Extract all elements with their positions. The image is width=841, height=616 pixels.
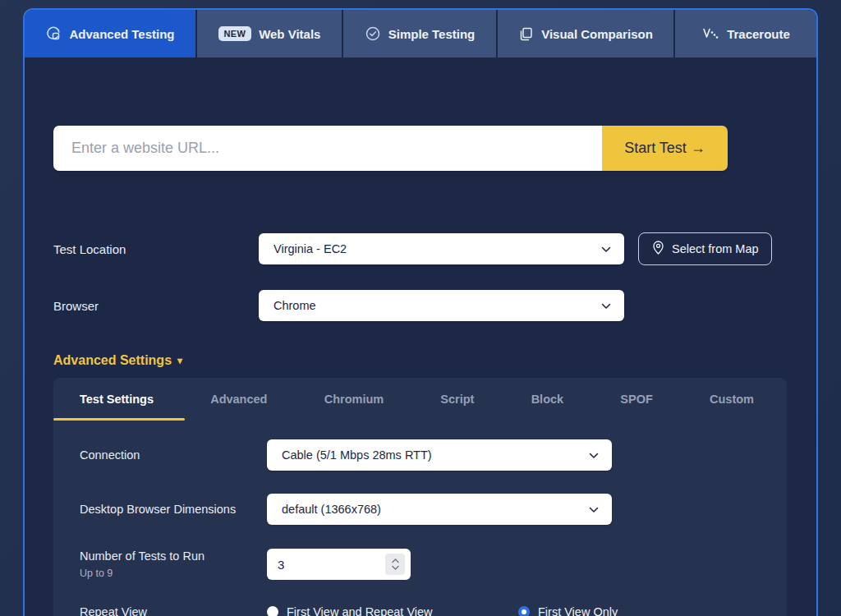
pages-icon <box>518 26 534 42</box>
select-from-map-label: Select from Map <box>672 242 759 255</box>
test-location-value: Virginia - EC2 <box>273 242 347 255</box>
runs-label-text: Number of Tests to Run <box>80 549 267 563</box>
main-panel: Advanced Testing NEW Web Vitals Simple T… <box>23 8 818 616</box>
repeat-view-label: Repeat View <box>80 605 267 616</box>
tab-label: Traceroute <box>727 27 790 41</box>
runs-input-wrap <box>267 549 411 580</box>
traceroute-icon <box>701 26 719 41</box>
dimensions-label: Desktop Browser Dimensions <box>80 503 267 516</box>
runs-row: Number of Tests to Run Up to 9 <box>53 549 787 580</box>
tab-advanced-testing[interactable]: Advanced Testing <box>25 10 197 57</box>
connection-select[interactable]: Cable (5/1 Mbps 28ms RTT) <box>267 439 612 471</box>
active-tab-underline <box>53 418 185 421</box>
dimensions-value: default (1366x768) <box>282 503 381 516</box>
repeat-view-row: Repeat View First View and Repeat View F… <box>53 605 787 616</box>
connection-label: Connection <box>80 448 267 462</box>
test-location-label: Test Location <box>53 242 259 256</box>
browser-row: Browser Chrome <box>53 290 816 321</box>
check-circle-icon <box>365 25 381 42</box>
radio-first-and-repeat[interactable]: First View and Repeat View <box>267 605 518 616</box>
dimensions-select[interactable]: default (1366x768) <box>267 494 612 525</box>
test-location-select[interactable]: Virginia - EC2 <box>259 233 624 264</box>
settings-tab-chromium[interactable]: Chromium <box>324 393 384 406</box>
browser-value: Chrome <box>273 299 316 312</box>
runs-hint: Up to 9 <box>80 568 267 579</box>
main-tab-bar: Advanced Testing NEW Web Vitals Simple T… <box>25 10 816 57</box>
select-from-map-button[interactable]: Select from Map <box>638 232 772 265</box>
url-input[interactable] <box>53 126 602 171</box>
settings-tab-bar: Test Settings Advanced Chromium Script B… <box>53 378 787 421</box>
settings-tab-test-settings[interactable]: Test Settings <box>80 393 154 406</box>
number-stepper[interactable] <box>385 554 405 575</box>
location-pin-icon <box>651 240 665 258</box>
settings-tab-spof[interactable]: SPOF <box>620 393 652 406</box>
browser-select[interactable]: Chrome <box>259 290 624 321</box>
radio-label: First View Only <box>538 605 618 616</box>
new-badge: NEW <box>218 26 252 41</box>
tab-simple-testing[interactable]: Simple Testing <box>343 10 498 57</box>
radio-label: First View and Repeat View <box>287 605 433 616</box>
gauge-icon <box>45 25 62 42</box>
connection-row: Connection Cable (5/1 Mbps 28ms RTT) <box>53 439 787 471</box>
tab-label: Visual Comparison <box>541 27 653 41</box>
chevron-down-icon <box>589 448 599 462</box>
tab-label: Advanced Testing <box>69 27 174 41</box>
advanced-settings-toggle[interactable]: Advanced Settings ▾ <box>53 353 816 368</box>
chevron-down-icon <box>601 299 611 312</box>
advanced-settings-card: Test Settings Advanced Chromium Script B… <box>53 378 787 616</box>
settings-tab-block[interactable]: Block <box>531 393 564 406</box>
test-location-row: Test Location Virginia - EC2 Select from… <box>53 232 816 265</box>
radio-first-view-only[interactable]: First View Only <box>518 605 618 616</box>
caret-down-icon: ▾ <box>177 355 182 366</box>
url-bar: Start Test → <box>53 126 728 171</box>
start-test-button[interactable]: Start Test → <box>602 126 728 171</box>
tab-traceroute[interactable]: Traceroute <box>675 10 816 57</box>
tab-label: Simple Testing <box>388 27 476 41</box>
chevron-down-icon <box>589 503 599 516</box>
settings-tab-custom[interactable]: Custom <box>710 393 754 406</box>
tab-label: Web Vitals <box>259 27 320 41</box>
radio-icon-selected <box>518 606 530 616</box>
browser-label: Browser <box>53 299 259 313</box>
connection-value: Cable (5/1 Mbps 28ms RTT) <box>282 448 432 462</box>
tab-web-vitals[interactable]: NEW Web Vitals <box>197 10 343 57</box>
settings-tab-advanced[interactable]: Advanced <box>210 393 267 406</box>
runs-label: Number of Tests to Run Up to 9 <box>80 549 267 579</box>
settings-tab-script[interactable]: Script <box>440 393 474 406</box>
advanced-settings-heading: Advanced Settings <box>53 353 172 368</box>
dimensions-row: Desktop Browser Dimensions default (1366… <box>53 494 787 525</box>
tab-visual-comparison[interactable]: Visual Comparison <box>498 10 675 57</box>
chevron-down-icon <box>601 242 611 255</box>
radio-icon <box>267 606 278 616</box>
